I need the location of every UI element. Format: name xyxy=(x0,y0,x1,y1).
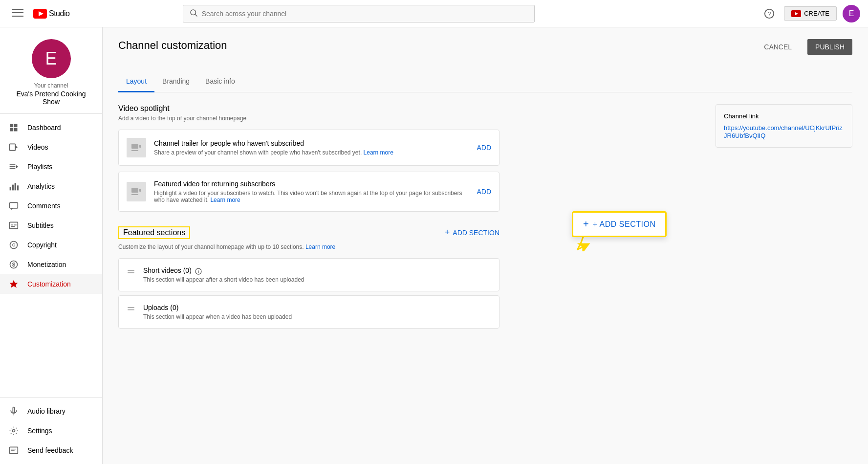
sidebar-item-comments[interactable]: Comments xyxy=(0,196,102,216)
svg-rect-23 xyxy=(15,183,16,190)
svg-rect-29 xyxy=(14,224,17,225)
featured-add-button[interactable]: ADD xyxy=(477,188,491,196)
search-input[interactable] xyxy=(202,10,528,18)
channel-link-label: Channel link xyxy=(724,112,844,120)
add-section-button[interactable]: + ADD SECTION xyxy=(445,223,499,242)
publish-button[interactable]: PUBLISH xyxy=(807,39,852,55)
monetization-icon: $ xyxy=(8,259,20,270)
svg-rect-43 xyxy=(139,145,141,148)
trailer-learn-more[interactable]: Learn more xyxy=(364,149,393,156)
svg-rect-44 xyxy=(131,188,138,193)
drag-handle-uploads[interactable] xyxy=(127,304,135,316)
svg-text:i: i xyxy=(198,269,199,274)
svg-text:?: ? xyxy=(768,10,771,17)
sidebar-item-subtitles[interactable]: Subtitles xyxy=(0,216,102,235)
svg-marker-26 xyxy=(11,208,13,210)
tab-layout[interactable]: Layout xyxy=(118,71,154,92)
video-spotlight-title: Video spotlight xyxy=(118,104,499,113)
comments-label: Comments xyxy=(27,202,61,210)
short-videos-title: Short videos (0) xyxy=(143,266,192,274)
comments-icon xyxy=(8,200,20,212)
short-videos-card: Short videos (0) i This section will app… xyxy=(118,258,499,291)
help-button[interactable]: ? xyxy=(760,5,778,22)
sidebar-item-audio-library[interactable]: Audio library xyxy=(0,401,102,421)
sidebar-item-copyright[interactable]: C Copyright xyxy=(0,235,102,255)
channel-link-section: Channel link https://youtube.com/channel… xyxy=(716,104,852,148)
add-section-callout: + + ADD SECTION xyxy=(572,211,667,237)
featured-learn-more[interactable]: Learn more xyxy=(210,197,240,203)
channel-link-url[interactable]: https://youtube.com/channel/UCjKkrUfPriz… xyxy=(724,124,843,139)
svg-text:$: $ xyxy=(12,261,16,267)
subtitles-label: Subtitles xyxy=(27,221,54,229)
channel-avatar-letter: E xyxy=(45,48,57,69)
add-section-label: ADD SECTION xyxy=(453,229,499,237)
uploads-title: Uploads (0) xyxy=(143,304,491,311)
channel-link-card: Channel link https://youtube.com/channel… xyxy=(716,104,852,148)
cancel-button[interactable]: CANCEL xyxy=(756,39,800,55)
svg-rect-35 xyxy=(13,407,14,413)
copyright-icon: C xyxy=(8,239,20,251)
sidebar-item-videos[interactable]: Videos xyxy=(0,137,102,157)
svg-rect-14 xyxy=(14,128,18,132)
trailer-title: Channel trailer for people who haven't s… xyxy=(154,139,469,147)
short-videos-desc: This section will appear after a short v… xyxy=(143,276,491,283)
create-flag-icon xyxy=(791,10,801,17)
video-spotlight-section: Video spotlight Add a video to the top o… xyxy=(118,104,499,212)
tab-branding[interactable]: Branding xyxy=(154,71,197,92)
svg-rect-13 xyxy=(10,128,14,132)
menu-button[interactable] xyxy=(8,3,27,24)
featured-desc-text: Customize the layout of your channel hom… xyxy=(118,243,499,250)
channel-name: Eva's Pretend Cooking Show xyxy=(8,90,94,106)
featured-sections-title: Featured sections xyxy=(118,226,190,239)
videos-icon xyxy=(8,141,20,153)
svg-rect-2 xyxy=(12,16,23,17)
sidebar-item-settings[interactable]: Settings xyxy=(0,421,102,441)
audio-library-icon xyxy=(8,405,20,417)
svg-rect-22 xyxy=(12,185,14,191)
sidebar-item-analytics[interactable]: Analytics xyxy=(0,177,102,196)
svg-rect-1 xyxy=(12,12,23,13)
dashboard-icon xyxy=(8,122,20,133)
svg-rect-30 xyxy=(11,226,15,227)
svg-rect-15 xyxy=(10,144,16,150)
tab-basic-info[interactable]: Basic info xyxy=(197,71,243,92)
sidebar-item-dashboard[interactable]: Dashboard xyxy=(0,118,102,137)
create-button[interactable]: CREATE xyxy=(784,6,837,21)
trailer-card: Channel trailer for people who haven't s… xyxy=(118,130,499,166)
svg-rect-11 xyxy=(10,124,14,128)
featured-learn-more-link[interactable]: Learn more xyxy=(305,243,335,250)
sidebar-item-send-feedback[interactable]: Send feedback xyxy=(0,441,102,460)
settings-icon xyxy=(8,425,20,437)
trailer-thumb xyxy=(127,138,146,157)
search-bar[interactable] xyxy=(183,5,535,22)
svg-point-37 xyxy=(13,430,15,432)
create-label: CREATE xyxy=(804,10,829,17)
sidebar: E Your channel Eva's Pretend Cooking Sho… xyxy=(0,27,103,464)
svg-rect-21 xyxy=(10,187,11,191)
svg-text:C: C xyxy=(12,243,16,247)
avatar-letter: E xyxy=(849,9,854,18)
subtitles-icon xyxy=(8,220,20,231)
callout-plus: + xyxy=(583,219,589,230)
drag-handle-short[interactable] xyxy=(127,266,135,279)
customization-icon xyxy=(8,278,20,290)
channel-avatar[interactable]: E xyxy=(32,39,71,78)
channel-info: E Your channel Eva's Pretend Cooking Sho… xyxy=(0,27,102,114)
user-avatar-button[interactable]: E xyxy=(843,5,860,22)
tabs: Layout Branding Basic info xyxy=(118,71,852,92)
send-feedback-label: Send feedback xyxy=(27,446,73,454)
uploads-card: Uploads (0) This section will appear whe… xyxy=(118,295,499,329)
video-spotlight-desc: Add a video to the top of your channel h… xyxy=(118,115,499,122)
sidebar-item-monetization[interactable]: $ Monetization xyxy=(0,255,102,274)
trailer-add-button[interactable]: ADD xyxy=(477,144,491,152)
youtube-studio-logo[interactable]: Studio xyxy=(33,9,69,19)
svg-rect-17 xyxy=(10,164,16,165)
customization-label: Customization xyxy=(27,280,71,288)
main-content: Channel customization CANCEL PUBLISH Lay… xyxy=(103,27,868,464)
sidebar-item-playlists[interactable]: Playlists xyxy=(0,157,102,177)
page-title: Channel customization xyxy=(118,39,227,52)
dashboard-label: Dashboard xyxy=(27,124,61,132)
sidebar-item-customization[interactable]: Customization xyxy=(0,274,102,294)
svg-line-6 xyxy=(195,14,197,16)
featured-sections: Featured sections + ADD SECTION Customiz… xyxy=(118,223,499,329)
